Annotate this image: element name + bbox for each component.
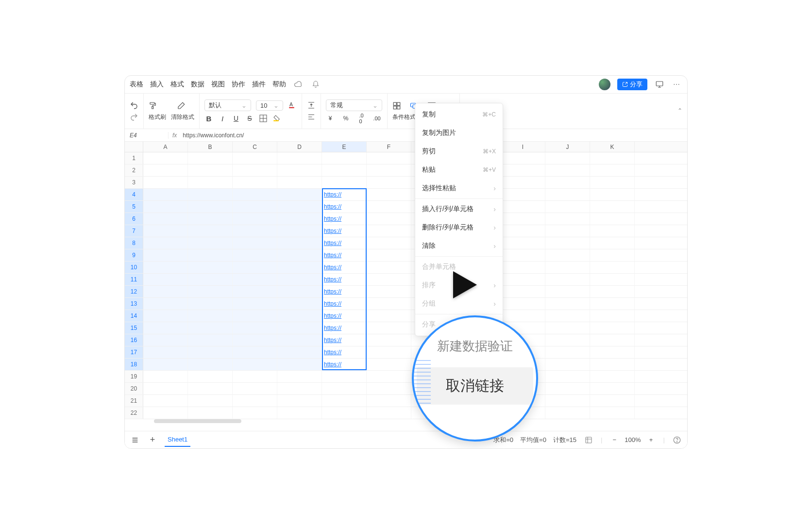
cell[interactable] — [233, 177, 277, 188]
cell[interactable] — [188, 346, 233, 358]
horizontal-scrollbar[interactable] — [154, 419, 241, 423]
cell[interactable] — [188, 237, 233, 249]
cell[interactable] — [188, 189, 233, 200]
cell[interactable] — [277, 359, 322, 370]
cell[interactable] — [590, 189, 635, 200]
avatar[interactable] — [599, 79, 610, 90]
cell[interactable] — [545, 177, 590, 188]
cell[interactable] — [590, 164, 635, 176]
ctx-paste[interactable]: 粘贴⌘+V — [415, 161, 503, 179]
cell[interactable] — [322, 152, 367, 164]
row-header[interactable]: 13 — [125, 298, 143, 310]
cell[interactable]: https:// — [322, 334, 367, 346]
col-header-F[interactable]: F — [367, 142, 411, 152]
cell[interactable] — [233, 201, 277, 213]
cell[interactable] — [233, 407, 277, 419]
cell[interactable] — [143, 201, 188, 213]
ctx-delete[interactable]: 删除行/列/单元格› — [415, 218, 503, 237]
cell[interactable] — [233, 310, 277, 322]
cell[interactable] — [545, 237, 590, 249]
cell[interactable] — [143, 310, 188, 322]
row-header[interactable]: 14 — [125, 310, 143, 322]
font-name-select[interactable]: 默认⌄ — [204, 99, 251, 111]
fill-color-icon[interactable] — [272, 114, 281, 123]
cell[interactable] — [545, 262, 590, 273]
cell[interactable] — [233, 346, 277, 358]
cell[interactable] — [277, 310, 322, 322]
cell[interactable] — [322, 371, 367, 382]
cell[interactable] — [590, 249, 635, 261]
menu-table[interactable]: 表格 — [130, 80, 143, 89]
more-icon[interactable]: ⋯ — [672, 79, 682, 90]
cell[interactable] — [590, 407, 635, 419]
cell[interactable] — [545, 395, 590, 407]
cell[interactable] — [545, 346, 590, 358]
cell[interactable] — [367, 249, 411, 261]
cell[interactable] — [501, 310, 545, 322]
sheets-list-icon[interactable] — [130, 435, 140, 445]
cell[interactable] — [367, 274, 411, 285]
cell[interactable] — [590, 262, 635, 273]
cell[interactable] — [590, 346, 635, 358]
cell[interactable] — [501, 286, 545, 297]
cell[interactable] — [545, 310, 590, 322]
menu-data[interactable]: 数据 — [191, 80, 204, 89]
cell[interactable] — [590, 201, 635, 213]
zoom-in-icon[interactable]: + — [646, 435, 657, 445]
cell[interactable] — [501, 189, 545, 200]
cell[interactable] — [322, 395, 367, 407]
cell[interactable] — [233, 274, 277, 285]
cell[interactable] — [143, 383, 188, 394]
cell[interactable] — [501, 201, 545, 213]
cell[interactable] — [277, 152, 322, 164]
cell[interactable] — [188, 310, 233, 322]
cell[interactable] — [277, 334, 322, 346]
ctx-clear[interactable]: 清除› — [415, 237, 503, 255]
menu-insert[interactable]: 插入 — [150, 80, 164, 89]
cell[interactable] — [188, 213, 233, 225]
cell[interactable] — [277, 298, 322, 310]
collapse-toolbar-icon[interactable]: ⌃ — [677, 107, 682, 114]
cell[interactable] — [367, 201, 411, 213]
format-brush-label[interactable]: 格式刷 — [149, 113, 166, 121]
row-header[interactable]: 11 — [125, 274, 143, 285]
cell[interactable] — [501, 298, 545, 310]
share-button[interactable]: 分享 — [617, 79, 647, 90]
fx-icon[interactable]: fx — [169, 132, 181, 139]
cell[interactable] — [367, 152, 411, 164]
cell[interactable]: https:// — [322, 346, 367, 358]
cell[interactable] — [545, 164, 590, 176]
cell[interactable] — [277, 371, 322, 382]
row-header[interactable]: 19 — [125, 371, 143, 382]
cell[interactable] — [233, 383, 277, 394]
cell[interactable] — [233, 249, 277, 261]
paint-roller-icon[interactable] — [149, 101, 157, 110]
cell[interactable] — [143, 249, 188, 261]
cell[interactable] — [501, 262, 545, 273]
cond-format-label[interactable]: 条件格式 — [392, 113, 416, 121]
col-header-K[interactable]: K — [590, 142, 635, 152]
cell[interactable] — [233, 286, 277, 297]
cell[interactable] — [143, 359, 188, 370]
cell[interactable] — [590, 359, 635, 370]
cell[interactable] — [367, 395, 411, 407]
cell[interactable] — [277, 274, 322, 285]
number-format-select[interactable]: 常规⌄ — [326, 99, 382, 111]
halign-icon[interactable] — [307, 113, 316, 121]
eraser-icon[interactable] — [177, 101, 186, 110]
cell[interactable] — [590, 310, 635, 322]
cell[interactable] — [277, 262, 322, 273]
cell[interactable] — [501, 177, 545, 188]
row-header[interactable]: 7 — [125, 225, 143, 237]
row-header[interactable]: 12 — [125, 286, 143, 297]
cell[interactable] — [143, 334, 188, 346]
cell[interactable] — [143, 395, 188, 407]
cell[interactable] — [367, 334, 411, 346]
zoom-out-icon[interactable]: − — [609, 435, 620, 445]
col-header-C[interactable]: C — [233, 142, 277, 152]
play-overlay-icon[interactable] — [446, 268, 480, 302]
row-header[interactable]: 18 — [125, 359, 143, 370]
cell[interactable] — [143, 225, 188, 237]
cell[interactable] — [545, 274, 590, 285]
cell[interactable] — [367, 237, 411, 249]
